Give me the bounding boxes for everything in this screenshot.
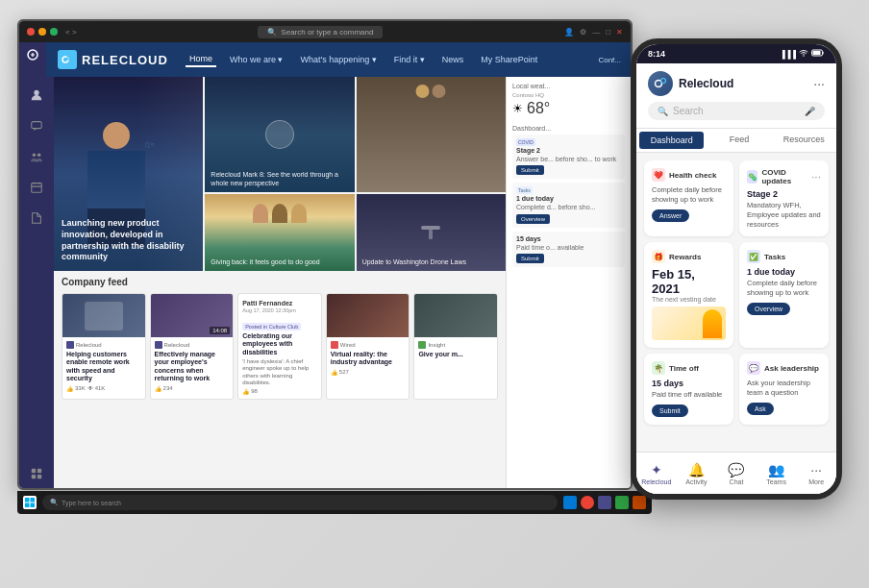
covid-title: Stage 2	[516, 147, 621, 154]
feed-card-1-title: Helping customers enable remote work wit…	[66, 351, 141, 383]
laptop-screen: < > 🔍 Search or type a command 👤 ⚙ — □ ✕	[17, 19, 633, 490]
tab-feed[interactable]: Feed	[707, 129, 771, 152]
feed-card-4-img	[327, 294, 410, 337]
covid-updates-card[interactable]: 🦠 COVID updates ··· Stage 2 Mandatory WF…	[739, 160, 829, 236]
dash-panel-card-covid[interactable]: COVID Stage 2 Answer be... before sho...…	[512, 135, 625, 179]
close-icon[interactable]: ✕	[616, 28, 623, 37]
hero-main-text: Launching new product innovation, develo…	[62, 218, 195, 263]
minimize-icon[interactable]: —	[592, 28, 600, 37]
tab-dashboard[interactable]: Dashboard	[639, 132, 704, 149]
maximize-icon[interactable]: □	[606, 28, 610, 37]
app-more-button[interactable]: ···	[813, 76, 825, 91]
win-minimize-dot[interactable]	[38, 28, 46, 36]
nav-whats-happening[interactable]: What's happening ▾	[296, 53, 380, 66]
teams-activity-nav[interactable]	[26, 85, 47, 106]
start-button[interactable]	[23, 496, 37, 509]
time-off-card[interactable]: 🌴 Time off 15 days Paid time off availab…	[644, 354, 733, 425]
time-off-submit-btn[interactable]: Submit	[652, 404, 688, 417]
hero-card-mark8[interactable]: Relecloud Mark 8: See the world through …	[205, 77, 354, 192]
nav-who[interactable]: Who we are ▾	[226, 53, 287, 66]
tasks-card[interactable]: ✅ Tasks 1 due today Complete daily befor…	[739, 242, 829, 348]
chrome-icon[interactable]	[581, 496, 594, 509]
timeoff-submit-button[interactable]: Submit	[516, 254, 544, 263]
win-maximize-dot[interactable]	[50, 28, 58, 36]
dashboard-label: Dashboard...	[512, 125, 625, 132]
feed-card-3[interactable]: Patti Fernandez Aug 17, 2020 12:30pm Pos…	[237, 293, 322, 400]
feed-card-1-body: Relecloud Helping customers enable remot…	[62, 337, 145, 396]
covid-submit-button[interactable]: Submit	[516, 165, 544, 175]
kids-figures	[253, 204, 307, 223]
tasks-overview-button[interactable]: Overview	[516, 214, 550, 224]
nav-home[interactable]: Home	[186, 52, 216, 67]
teams-taskbar-icon[interactable]	[598, 496, 611, 509]
address-bar[interactable]: 🔍 Search or type a command	[258, 26, 383, 38]
dash-row-1: ❤️ Health check Complete daily before sh…	[644, 160, 829, 236]
ask-leadership-header: 💬 Ask leadership	[747, 361, 821, 375]
nav-relecloud[interactable]: ✦ Relecloud	[636, 462, 677, 485]
covid-more-button[interactable]: ···	[811, 170, 821, 184]
search-icon-taskbar: 🔍	[50, 499, 59, 506]
dash-panel-card-tasks[interactable]: Tasks 1 due today Complete d... before s…	[512, 183, 625, 227]
tasks-overview-btn-phone[interactable]: Overview	[747, 303, 790, 315]
nav-my-sharepoint[interactable]: My SharePoint	[477, 53, 541, 66]
health-answer-button[interactable]: Answer	[652, 209, 689, 222]
feed-card-2[interactable]: 14:08 Relecloud Effectively manage your …	[150, 293, 235, 400]
teams-chat-nav[interactable]	[26, 115, 47, 136]
outlook-icon[interactable]	[633, 496, 646, 509]
covid-stage-text: Mandatory WFH, Employee updates and reso…	[747, 201, 821, 229]
feed-card-3-title: Celebrating our employees with disabilit…	[242, 332, 317, 356]
tab-resources[interactable]: Resources	[772, 129, 836, 152]
health-check-card[interactable]: ❤️ Health check Complete daily before sh…	[644, 160, 733, 236]
edge-icon[interactable]	[563, 496, 577, 509]
feed-card-1[interactable]: Relecloud Helping customers enable remot…	[62, 293, 146, 400]
teams-apps-nav[interactable]	[26, 463, 47, 484]
ask-btn[interactable]: Ask	[747, 403, 774, 415]
dash-panel-card-timeoff[interactable]: 15 days Paid time o... available Submit	[512, 232, 625, 267]
nav-find-it[interactable]: Find it ▾	[390, 53, 429, 66]
hero-card-drone[interactable]: Update to Washington Drone Laws	[357, 194, 506, 271]
teams-teams-nav[interactable]	[26, 146, 47, 167]
heart-icon: ❤️	[652, 168, 665, 182]
search-bar[interactable]: 🔍 Type here to search	[42, 495, 558, 510]
hero-main-card[interactable]: ∫∑π Launching new product innovation, de…	[54, 77, 203, 271]
phone-search-icon: 🔍	[658, 107, 668, 116]
win-close-dot[interactable]	[27, 28, 35, 36]
teams-calendar-nav[interactable]	[26, 177, 47, 198]
relecloud-logo-icon	[58, 50, 77, 69]
covid-text: Answer be... before sho... to work	[516, 156, 621, 163]
time-off-header: 🌴 Time off	[652, 361, 726, 375]
feed-card-4[interactable]: Wired Virtual reality: the industry adva…	[326, 293, 410, 400]
like-icon-4: 👍	[331, 369, 337, 376]
weather-widget: ☀ 68°	[512, 100, 625, 117]
like-icon: 👍	[66, 385, 73, 392]
teams-activity-icon[interactable]	[22, 44, 43, 65]
svg-rect-12	[25, 498, 30, 502]
nav-news[interactable]: News	[438, 53, 468, 66]
tag-pill: Posted in Culture Club	[242, 323, 301, 331]
feed-card-5-title: Give your m...	[418, 351, 493, 358]
search-bar-phone[interactable]: 🔍 Search 🎤	[648, 102, 825, 120]
health-check-header: ❤️ Health check	[652, 168, 726, 182]
feed-grid: Relecloud Helping customers enable remot…	[62, 293, 498, 400]
covid-icon: 🦠	[747, 170, 757, 184]
nav-chat[interactable]: 💬 Chat	[716, 462, 757, 485]
feed-card-1-source: Relecloud	[66, 341, 141, 349]
ask-label: Ask leadership	[764, 364, 819, 373]
nav-activity[interactable]: 🔔 Activity	[677, 462, 717, 485]
excel-icon[interactable]	[615, 496, 629, 509]
time-off-title: 15 days	[652, 379, 726, 388]
feed-card-5[interactable]: Insight Give your m...	[413, 293, 498, 400]
phone-mic-icon[interactable]: 🎤	[805, 107, 815, 116]
ask-leadership-card[interactable]: 💬 Ask leadership Ask your leadership tea…	[739, 354, 829, 425]
svg-point-3	[34, 90, 38, 95]
settings-icon: ⚙	[580, 28, 586, 37]
rewards-card[interactable]: 🎁 Rewards Feb 15, 2021 The next vesting …	[644, 242, 733, 348]
teams-files-nav[interactable]	[26, 208, 47, 229]
nav-more[interactable]: ··· More	[796, 462, 836, 485]
sp-nav: Home Who we are ▾ What's happening ▾ Fin…	[186, 52, 541, 67]
dashboard-content: ❤️ Health check Complete daily before sh…	[636, 153, 836, 452]
hero-card-people[interactable]	[357, 77, 506, 192]
phone-status-bar: 8:14 ▐▐▐	[636, 44, 836, 63]
nav-teams[interactable]: 👥 Teams	[757, 462, 797, 485]
hero-card-giving-back[interactable]: Giving back: it feels good to do good	[205, 194, 354, 271]
